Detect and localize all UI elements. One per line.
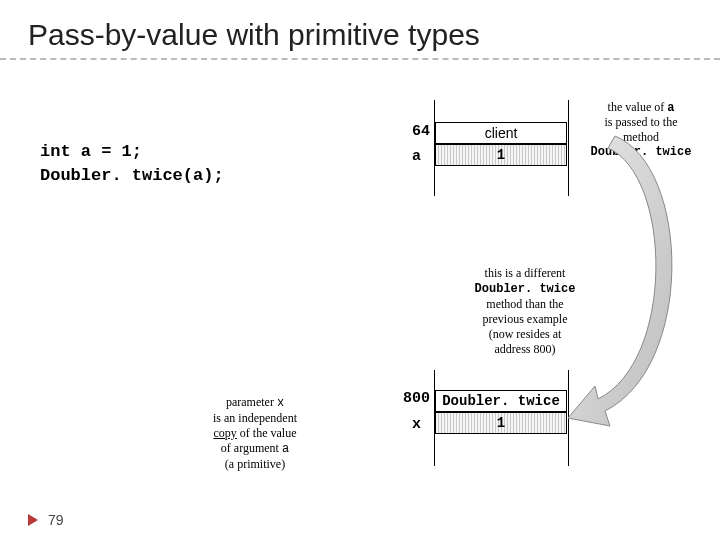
mid-l6: address 800)	[495, 342, 556, 356]
pn-l3b: of the value	[237, 426, 297, 440]
slide-title: Pass-by-value with primitive types	[0, 0, 720, 60]
mem1-var: a	[395, 148, 421, 165]
pn-l1a: parameter	[226, 395, 277, 409]
mem2-value-cell: 1	[435, 412, 567, 434]
code-line-1: int a = 1;	[40, 140, 224, 164]
code-line-2: Doubler. twice(a);	[40, 164, 224, 188]
code-snippet: int a = 1; Doubler. twice(a);	[40, 140, 224, 188]
pn-l4b: a	[282, 442, 289, 456]
note-value-passed: the value of a is passed to the method D…	[576, 100, 706, 160]
mem2-header-cell: Doubler. twice	[435, 390, 567, 412]
pn-l2: is an independent	[213, 411, 297, 425]
note-r-l4: Doubler. twice	[591, 145, 692, 159]
mid-l1: this is a different	[485, 266, 566, 280]
slide-marker-icon	[28, 514, 44, 526]
pn-l4a: of argument	[221, 441, 282, 455]
mem2-var: x	[395, 416, 421, 433]
mid-l2: Doubler. twice	[475, 282, 576, 296]
note-r-l1: the value of	[608, 100, 668, 114]
note-parameter-x: parameter x is an independent copy of th…	[190, 395, 320, 472]
mem1-right-rule	[568, 100, 569, 196]
mid-l5: (now resides at	[489, 327, 562, 341]
note-different-method: this is a different Doubler. twice metho…	[460, 266, 590, 357]
pn-l5: (a primitive)	[225, 457, 285, 471]
note-r-l1b: a	[667, 101, 674, 115]
note-r-l2: is passed to the	[605, 115, 678, 129]
svg-marker-0	[28, 514, 38, 526]
mid-l3: method than the	[486, 297, 563, 311]
note-r-l3: method	[623, 130, 659, 144]
slide-number: 79	[48, 512, 64, 528]
mem1-value-cell: 1	[435, 144, 567, 166]
mem1-header-cell: client	[435, 122, 567, 144]
mem1-addr: 64	[390, 123, 430, 140]
mem2-addr: 800	[380, 390, 430, 407]
pn-l1b: x	[277, 396, 284, 410]
mid-l4: previous example	[483, 312, 568, 326]
mem2-right-rule	[568, 370, 569, 466]
pn-l3a: copy	[214, 426, 237, 440]
